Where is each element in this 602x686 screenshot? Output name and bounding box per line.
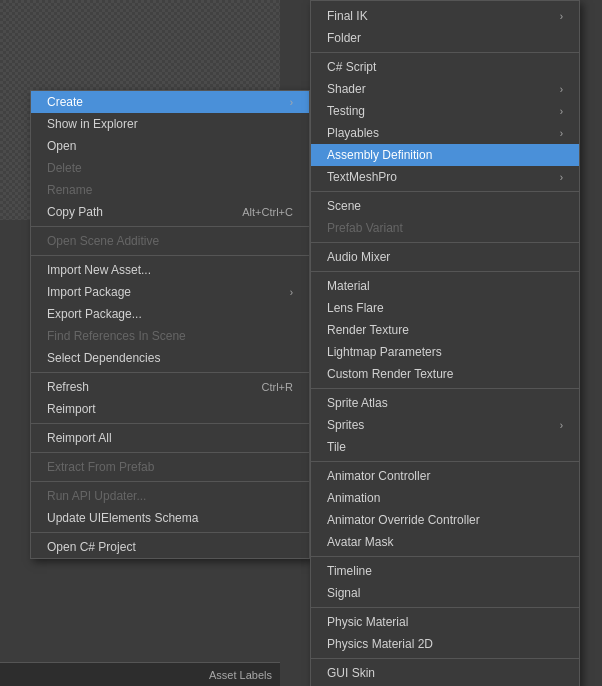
divider-divider6 (31, 481, 309, 482)
right-menu-arrow-playables: › (560, 128, 563, 139)
right-menu-item-animator-override-controller[interactable]: Animator Override Controller (311, 509, 579, 531)
right-divider-divider2 (311, 191, 579, 192)
menu-item-update-uielements[interactable]: Update UIElements Schema (31, 507, 309, 529)
right-menu-item-gui-skin[interactable]: GUI Skin (311, 662, 579, 684)
menu-item-label-select-dependencies: Select Dependencies (47, 351, 160, 365)
right-menu-label-physic-material: Physic Material (327, 615, 408, 629)
right-menu-item-assembly-definition[interactable]: Assembly Definition (311, 144, 579, 166)
right-menu-label-sprites: Sprites (327, 418, 364, 432)
right-menu-item-testing[interactable]: Testing› (311, 100, 579, 122)
menu-item-label-reimport-all: Reimport All (47, 431, 112, 445)
right-menu-item-final-ik[interactable]: Final IK› (311, 5, 579, 27)
right-menu-item-avatar-mask[interactable]: Avatar Mask (311, 531, 579, 553)
right-menu-item-material[interactable]: Material (311, 275, 579, 297)
right-menu-item-sprite-atlas[interactable]: Sprite Atlas (311, 392, 579, 414)
menu-item-label-copy-path: Copy Path (47, 205, 103, 219)
right-menu-label-audio-mixer: Audio Mixer (327, 250, 390, 264)
right-menu-label-prefab-variant: Prefab Variant (327, 221, 403, 235)
menu-item-find-references: Find References In Scene (31, 325, 309, 347)
right-menu-label-shader: Shader (327, 82, 366, 96)
right-menu-label-timeline: Timeline (327, 564, 372, 578)
right-menu-arrow-final-ik: › (560, 11, 563, 22)
right-menu-item-playables[interactable]: Playables› (311, 122, 579, 144)
menu-item-label-delete: Delete (47, 161, 82, 175)
menu-item-open-scene-additive: Open Scene Additive (31, 230, 309, 252)
right-menu-label-testing: Testing (327, 104, 365, 118)
right-menu-item-audio-mixer[interactable]: Audio Mixer (311, 246, 579, 268)
divider-divider3 (31, 372, 309, 373)
divider-divider2 (31, 255, 309, 256)
divider-divider4 (31, 423, 309, 424)
menu-item-open-csharp[interactable]: Open C# Project (31, 536, 309, 558)
right-menu-item-animation[interactable]: Animation (311, 487, 579, 509)
right-menu-item-animator-controller[interactable]: Animator Controller (311, 465, 579, 487)
menu-item-show-in-explorer[interactable]: Show in Explorer (31, 113, 309, 135)
menu-item-shortcut-refresh: Ctrl+R (262, 381, 293, 393)
right-menu-item-tile[interactable]: Tile (311, 436, 579, 458)
left-context-menu: Create›Show in ExplorerOpenDeleteRenameC… (30, 90, 310, 559)
right-menu-label-assembly-definition: Assembly Definition (327, 148, 432, 162)
menu-item-import-new-asset[interactable]: Import New Asset... (31, 259, 309, 281)
right-menu-item-physics-material-2d[interactable]: Physics Material 2D (311, 633, 579, 655)
menu-item-label-find-references: Find References In Scene (47, 329, 186, 343)
right-menu-item-shader[interactable]: Shader› (311, 78, 579, 100)
asset-labels-bar: Asset Labels (0, 662, 280, 686)
menu-item-open[interactable]: Open (31, 135, 309, 157)
menu-item-label-show-in-explorer: Show in Explorer (47, 117, 138, 131)
menu-item-label-create: Create (47, 95, 83, 109)
menu-item-export-package[interactable]: Export Package... (31, 303, 309, 325)
right-menu-label-tile: Tile (327, 440, 346, 454)
menu-item-refresh[interactable]: RefreshCtrl+R (31, 376, 309, 398)
right-menu-arrow-testing: › (560, 106, 563, 117)
menu-item-select-dependencies[interactable]: Select Dependencies (31, 347, 309, 369)
right-menu-arrow-shader: › (560, 84, 563, 95)
right-menu-label-physics-material-2d: Physics Material 2D (327, 637, 433, 651)
right-menu-item-lens-flare[interactable]: Lens Flare (311, 297, 579, 319)
right-menu-item-csharp-script[interactable]: C# Script (311, 56, 579, 78)
right-menu-item-folder[interactable]: Folder (311, 27, 579, 49)
menu-item-create[interactable]: Create› (31, 91, 309, 113)
right-menu-label-final-ik: Final IK (327, 9, 368, 23)
right-menu-label-lens-flare: Lens Flare (327, 301, 384, 315)
menu-item-label-refresh: Refresh (47, 380, 89, 394)
right-menu-item-lightmap-parameters[interactable]: Lightmap Parameters (311, 341, 579, 363)
right-menu-item-signal[interactable]: Signal (311, 582, 579, 604)
right-menu-arrow-textmeshpro: › (560, 172, 563, 183)
menu-item-label-import-package: Import Package (47, 285, 131, 299)
menu-item-copy-path[interactable]: Copy PathAlt+Ctrl+C (31, 201, 309, 223)
divider-divider1 (31, 226, 309, 227)
right-menu-item-textmeshpro[interactable]: TextMeshPro› (311, 166, 579, 188)
menu-item-label-run-api-updater: Run API Updater... (47, 489, 146, 503)
right-menu-label-sprite-atlas: Sprite Atlas (327, 396, 388, 410)
right-menu-item-scene[interactable]: Scene (311, 195, 579, 217)
right-menu-item-render-texture[interactable]: Render Texture (311, 319, 579, 341)
right-divider-divider4 (311, 271, 579, 272)
menu-item-reimport-all[interactable]: Reimport All (31, 427, 309, 449)
right-menu-item-custom-render-texture[interactable]: Custom Render Texture (311, 363, 579, 385)
menu-item-rename: Rename (31, 179, 309, 201)
right-divider-divider7 (311, 556, 579, 557)
menu-item-label-open: Open (47, 139, 76, 153)
menu-item-shortcut-copy-path: Alt+Ctrl+C (242, 206, 293, 218)
right-menu-label-animator-controller: Animator Controller (327, 469, 430, 483)
menu-item-extract-from-prefab: Extract From Prefab (31, 456, 309, 478)
right-menu-label-gui-skin: GUI Skin (327, 666, 375, 680)
menu-item-delete: Delete (31, 157, 309, 179)
menu-item-label-open-scene-additive: Open Scene Additive (47, 234, 159, 248)
right-menu-label-folder: Folder (327, 31, 361, 45)
menu-item-import-package[interactable]: Import Package› (31, 281, 309, 303)
right-menu-item-sprites[interactable]: Sprites› (311, 414, 579, 436)
right-menu-label-custom-render-texture: Custom Render Texture (327, 367, 454, 381)
right-menu-item-timeline[interactable]: Timeline (311, 560, 579, 582)
right-divider-divider8 (311, 607, 579, 608)
right-menu-label-render-texture: Render Texture (327, 323, 409, 337)
right-menu-label-scene: Scene (327, 199, 361, 213)
right-menu-item-physic-material[interactable]: Physic Material (311, 611, 579, 633)
right-divider-divider6 (311, 461, 579, 462)
menu-item-reimport[interactable]: Reimport (31, 398, 309, 420)
right-menu-label-csharp-script: C# Script (327, 60, 376, 74)
right-context-menu: Final IK›FolderC# ScriptShader›Testing›P… (310, 0, 580, 686)
right-menu-item-prefab-variant: Prefab Variant (311, 217, 579, 239)
right-menu-label-animation: Animation (327, 491, 380, 505)
right-menu-label-material: Material (327, 279, 370, 293)
